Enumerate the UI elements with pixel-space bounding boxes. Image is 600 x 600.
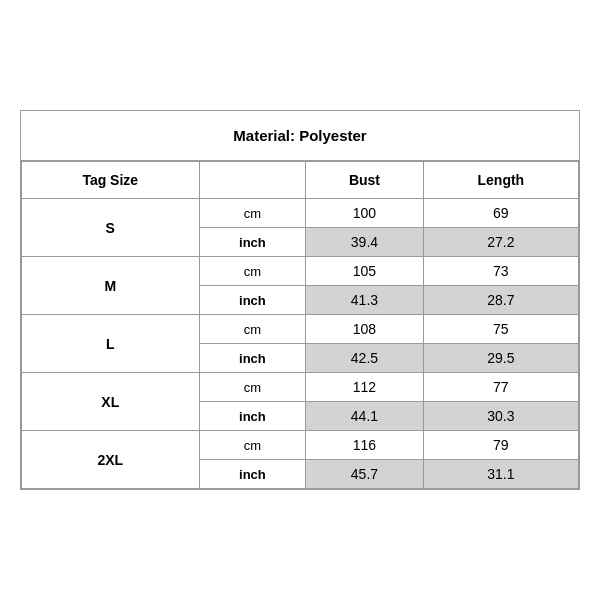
unit-label-inch: inch [199, 460, 306, 489]
unit-label-cm: cm [199, 257, 306, 286]
length-value-cm: 69 [423, 199, 578, 228]
bust-value-inch: 41.3 [306, 286, 423, 315]
header-bust: Bust [306, 162, 423, 199]
tag-size-cell: M [22, 257, 200, 315]
length-value-inch: 27.2 [423, 228, 578, 257]
length-value-inch: 31.1 [423, 460, 578, 489]
chart-title: Material: Polyester [21, 111, 579, 161]
tag-size-cell: L [22, 315, 200, 373]
table-row: Lcm10875 [22, 315, 579, 344]
unit-label-inch: inch [199, 344, 306, 373]
unit-label-cm: cm [199, 315, 306, 344]
unit-label-inch: inch [199, 228, 306, 257]
bust-value-inch: 42.5 [306, 344, 423, 373]
header-unit [199, 162, 306, 199]
table-row: XLcm11277 [22, 373, 579, 402]
unit-label-inch: inch [199, 402, 306, 431]
bust-value-cm: 105 [306, 257, 423, 286]
length-value-cm: 75 [423, 315, 578, 344]
bust-value-inch: 39.4 [306, 228, 423, 257]
length-value-inch: 30.3 [423, 402, 578, 431]
tag-size-cell: S [22, 199, 200, 257]
unit-label-cm: cm [199, 199, 306, 228]
length-value-inch: 28.7 [423, 286, 578, 315]
unit-label-inch: inch [199, 286, 306, 315]
header-tag-size: Tag Size [22, 162, 200, 199]
size-table: Tag Size Bust Length Scm10069inch39.427.… [21, 161, 579, 489]
table-row: 2XLcm11679 [22, 431, 579, 460]
header-length: Length [423, 162, 578, 199]
bust-value-inch: 45.7 [306, 460, 423, 489]
bust-value-inch: 44.1 [306, 402, 423, 431]
length-value-inch: 29.5 [423, 344, 578, 373]
bust-value-cm: 108 [306, 315, 423, 344]
unit-label-cm: cm [199, 431, 306, 460]
table-row: Scm10069 [22, 199, 579, 228]
unit-label-cm: cm [199, 373, 306, 402]
length-value-cm: 73 [423, 257, 578, 286]
bust-value-cm: 100 [306, 199, 423, 228]
bust-value-cm: 116 [306, 431, 423, 460]
size-chart: Material: Polyester Tag Size Bust Length… [20, 110, 580, 490]
length-value-cm: 77 [423, 373, 578, 402]
tag-size-cell: 2XL [22, 431, 200, 489]
tag-size-cell: XL [22, 373, 200, 431]
length-value-cm: 79 [423, 431, 578, 460]
bust-value-cm: 112 [306, 373, 423, 402]
table-row: Mcm10573 [22, 257, 579, 286]
